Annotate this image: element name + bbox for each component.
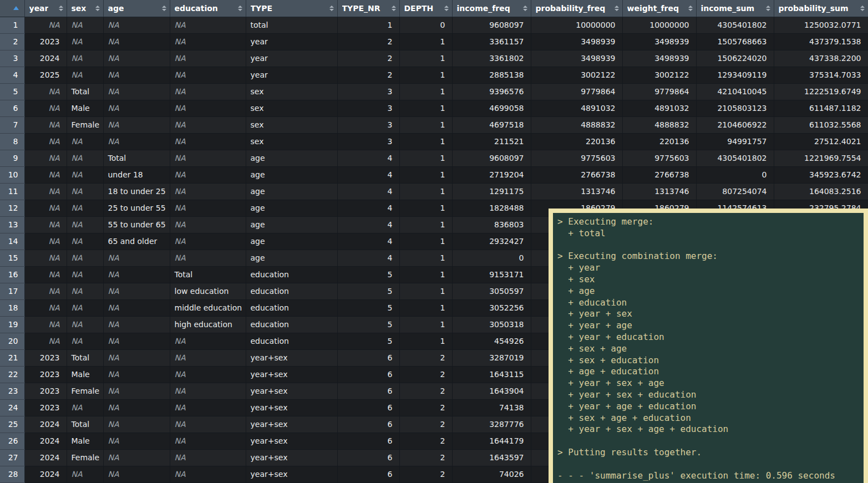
cell-TYPE: year+sex <box>246 466 337 482</box>
cell-TYPE_NR: 3 <box>337 100 399 116</box>
cell-education: NA <box>170 83 246 100</box>
cell-sex: Male <box>67 433 103 449</box>
cell-age: NA <box>103 67 170 83</box>
cell-income_sum: 2105803123 <box>696 100 774 116</box>
row-number: 4 <box>0 67 24 83</box>
cell-TYPE_NR: 4 <box>337 233 399 250</box>
cell-income_sum: 1506224020 <box>696 50 774 67</box>
cell-income_sum: 4210410045 <box>696 83 774 100</box>
cell-year: NA <box>24 299 67 316</box>
cell-year: 2023 <box>24 349 67 366</box>
row-number: 18 <box>0 299 24 316</box>
cell-year: NA <box>24 233 67 250</box>
cell-DEPTH: 1 <box>399 266 452 283</box>
cell-education: NA <box>170 366 246 383</box>
console-line: + sex + age + education <box>557 413 864 424</box>
cell-probability_freq: 9779864 <box>531 83 622 100</box>
col-header-age[interactable]: age <box>103 0 170 17</box>
cell-sex: NA <box>67 466 103 482</box>
row-number-header[interactable] <box>0 0 24 17</box>
cell-age: NA <box>103 433 170 449</box>
cell-probability_freq: 3498939 <box>531 33 622 50</box>
cell-year: 2023 <box>24 383 67 399</box>
row-number: 21 <box>0 349 24 366</box>
col-header-income-freq[interactable]: income_freq <box>452 0 531 17</box>
cell-age: NA <box>103 283 170 299</box>
cell-sex: NA <box>67 299 103 316</box>
cell-TYPE: sex <box>246 133 337 150</box>
col-header-income-sum[interactable]: income_sum <box>696 0 774 17</box>
col-header-type[interactable]: TYPE <box>246 0 337 17</box>
console-line: + sex <box>557 274 864 286</box>
cell-sex: NA <box>67 33 103 50</box>
cell-age: NA <box>103 333 170 349</box>
cell-TYPE: age <box>246 183 337 200</box>
cell-probability_sum: 1250032.0771 <box>774 17 868 33</box>
table-row: 7NAFemaleNANAsex314697518488883248888322… <box>0 116 868 133</box>
sort-icon <box>329 6 334 11</box>
cell-probability_freq: 1313746 <box>531 183 622 200</box>
console-line: + year + age <box>557 320 864 332</box>
cell-TYPE: year+sex <box>246 349 337 366</box>
col-header-type-nr[interactable]: TYPE_NR <box>337 0 399 17</box>
col-header-weight-freq[interactable]: weight_freq <box>622 0 696 17</box>
cell-probability_sum: 27512.4021 <box>774 133 868 150</box>
cell-TYPE_NR: 2 <box>337 67 399 83</box>
cell-probability_sum: 345923.6742 <box>774 166 868 183</box>
cell-sex: NA <box>67 233 103 250</box>
cell-TYPE_NR: 6 <box>337 466 399 482</box>
console-output: > Executing merge: + total > Executing c… <box>549 209 868 483</box>
cell-sex: Female <box>67 383 103 399</box>
cell-TYPE_NR: 5 <box>337 333 399 349</box>
cell-education: low education <box>170 283 246 299</box>
col-header-label: weight_freq <box>627 4 679 13</box>
table-row: 1NANANANAtotal10960809710000000100000004… <box>0 17 868 33</box>
sort-icon <box>615 6 619 11</box>
cell-income_freq: 211521 <box>452 133 531 150</box>
cell-income_freq: 4699058 <box>452 100 531 116</box>
cell-TYPE_NR: 6 <box>337 349 399 366</box>
cell-DEPTH: 1 <box>399 33 452 50</box>
cell-year: NA <box>24 183 67 200</box>
cell-age: Total <box>103 150 170 166</box>
cell-year: NA <box>24 216 67 233</box>
cell-year: 2025 <box>24 67 67 83</box>
cell-age: NA <box>103 83 170 100</box>
cell-year: 2024 <box>24 466 67 482</box>
cell-income_freq: 3361157 <box>452 33 531 50</box>
header-row: year sex age education TYPE TYPE_NR DEPT… <box>0 0 868 17</box>
cell-weight_freq: 9779864 <box>622 83 696 100</box>
cell-education: NA <box>170 250 246 266</box>
cell-education: NA <box>170 183 246 200</box>
cell-income_freq: 1643904 <box>452 383 531 399</box>
console-line: + sex + education <box>557 355 864 367</box>
row-number: 3 <box>0 50 24 67</box>
cell-education: NA <box>170 17 246 33</box>
cell-age: NA <box>103 116 170 133</box>
cell-TYPE_NR: 4 <box>337 216 399 233</box>
cell-TYPE: sex <box>246 83 337 100</box>
col-header-sex[interactable]: sex <box>67 0 103 17</box>
cell-income_freq: 3050318 <box>452 316 531 333</box>
table-row: 42025NANANAyear2128851383002122300212212… <box>0 67 868 83</box>
col-header-label: sex <box>72 4 87 13</box>
cell-TYPE_NR: 4 <box>337 150 399 166</box>
cell-income_sum: 807254074 <box>696 183 774 200</box>
cell-TYPE_NR: 4 <box>337 183 399 200</box>
col-header-education[interactable]: education <box>170 0 246 17</box>
col-header-depth[interactable]: DEPTH <box>399 0 452 17</box>
row-number: 24 <box>0 399 24 416</box>
cell-sex: NA <box>67 67 103 83</box>
cell-DEPTH: 1 <box>399 333 452 349</box>
sort-ascending-icon <box>13 6 19 10</box>
cell-DEPTH: 1 <box>399 183 452 200</box>
cell-year: NA <box>24 166 67 183</box>
cell-income_freq: 3052256 <box>452 299 531 316</box>
cell-year: NA <box>24 250 67 266</box>
cell-sex: NA <box>67 150 103 166</box>
col-header-probability-freq[interactable]: probability_freq <box>531 0 622 17</box>
cell-age: 65 and older <box>103 233 170 250</box>
row-number: 17 <box>0 283 24 299</box>
col-header-year[interactable]: year <box>24 0 67 17</box>
col-header-probability-sum[interactable]: probability_sum <box>774 0 868 17</box>
